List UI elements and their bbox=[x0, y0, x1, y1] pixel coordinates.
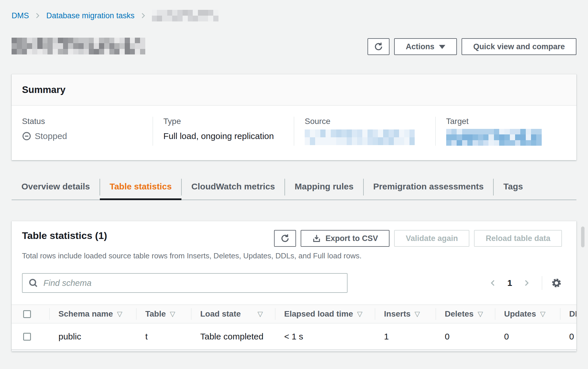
summary-title: Summary bbox=[22, 84, 566, 95]
cell-updates: 0 bbox=[495, 324, 560, 350]
summary-target-column: Target bbox=[435, 117, 577, 146]
sort-icon[interactable]: ▽ bbox=[478, 310, 483, 318]
validate-again-label: Validate again bbox=[406, 234, 458, 243]
tab-tags[interactable]: Tags bbox=[493, 178, 533, 200]
tab-premigration-assessments[interactable]: Premigration assessments bbox=[363, 178, 494, 200]
table-header-row: Schema name▽ Table▽ Load state▽ Elapsed … bbox=[12, 304, 576, 324]
cell-schema-name: public bbox=[49, 324, 136, 350]
cell-table: t bbox=[136, 324, 191, 350]
schema-search bbox=[22, 273, 348, 293]
sort-icon[interactable]: ▽ bbox=[357, 310, 362, 318]
status-label: Status bbox=[22, 117, 142, 126]
actions-button-label: Actions bbox=[406, 42, 434, 51]
refresh-icon bbox=[374, 42, 383, 51]
scrollbar-thumb[interactable] bbox=[581, 226, 585, 247]
cell-inserts: 1 bbox=[375, 324, 436, 350]
chevron-left-icon bbox=[489, 279, 497, 287]
sort-icon[interactable]: ▽ bbox=[170, 310, 175, 318]
sort-icon[interactable]: ▽ bbox=[415, 310, 420, 318]
breadcrumb: DMS Database migration tasks bbox=[12, 10, 576, 21]
export-csv-label: Export to CSV bbox=[326, 234, 378, 243]
table-settings-button[interactable] bbox=[551, 277, 562, 288]
page-number: 1 bbox=[507, 278, 512, 288]
column-header-table[interactable]: Table▽ bbox=[136, 305, 191, 323]
next-page-button[interactable] bbox=[521, 279, 532, 287]
quick-view-compare-button[interactable]: Quick view and compare bbox=[462, 38, 576, 55]
cell-load-state: Table completed bbox=[191, 324, 275, 350]
chevron-right-icon bbox=[523, 279, 530, 287]
gear-icon bbox=[551, 277, 562, 288]
tab-bar: Overview details Table statistics CloudW… bbox=[12, 178, 576, 200]
table-statistics-card: Table statistics (1) Export to CSV Valid… bbox=[12, 221, 576, 351]
actions-button[interactable]: Actions bbox=[394, 38, 457, 55]
source-value-redacted[interactable] bbox=[305, 129, 415, 145]
column-header-schema-name[interactable]: Schema name▽ bbox=[49, 305, 136, 323]
summary-status-column: Status Stopped bbox=[12, 117, 152, 146]
type-label: Type bbox=[163, 117, 284, 126]
table-statistics-table: Schema name▽ Table▽ Load state▽ Elapsed … bbox=[12, 304, 576, 350]
validate-again-button[interactable]: Validate again bbox=[394, 230, 469, 247]
stopped-status-icon bbox=[22, 131, 31, 141]
table-statistics-title: Table statistics (1) bbox=[22, 230, 107, 241]
pagination-divider bbox=[542, 276, 542, 290]
download-icon bbox=[312, 234, 321, 243]
refresh-button[interactable] bbox=[368, 38, 389, 55]
breadcrumb-link-migration-tasks[interactable]: Database migration tasks bbox=[46, 11, 135, 20]
sort-icon[interactable]: ▽ bbox=[540, 310, 545, 318]
target-label: Target bbox=[446, 117, 566, 126]
column-header-ddls[interactable]: DDLs bbox=[560, 305, 576, 323]
type-value: Full load, ongoing replication bbox=[163, 131, 284, 141]
column-header-updates[interactable]: Updates▽ bbox=[495, 305, 560, 323]
search-icon bbox=[28, 278, 38, 288]
tab-mapping-rules[interactable]: Mapping rules bbox=[285, 178, 363, 200]
reload-table-data-label: Reload table data bbox=[486, 234, 550, 243]
refresh-icon bbox=[280, 234, 290, 243]
status-value: Stopped bbox=[35, 131, 67, 141]
table-refresh-button[interactable] bbox=[274, 230, 296, 247]
row-checkbox[interactable] bbox=[23, 333, 31, 341]
export-csv-button[interactable]: Export to CSV bbox=[301, 230, 390, 247]
breadcrumb-current-redacted bbox=[152, 10, 218, 21]
chevron-right-icon bbox=[35, 13, 41, 19]
column-header-load-state[interactable]: Load state▽ bbox=[191, 305, 275, 323]
chevron-right-icon bbox=[140, 13, 146, 19]
sort-icon[interactable]: ▽ bbox=[258, 310, 263, 318]
column-header-deletes[interactable]: Deletes▽ bbox=[436, 305, 495, 323]
summary-card: Summary Status Stopped Type Full load, o… bbox=[12, 74, 576, 160]
cell-elapsed-load-time: < 1 s bbox=[275, 324, 375, 350]
tab-table-statistics[interactable]: Table statistics bbox=[100, 178, 182, 200]
sort-icon[interactable]: ▽ bbox=[117, 310, 122, 318]
select-all-checkbox[interactable] bbox=[23, 310, 31, 318]
reload-table-data-button[interactable]: Reload table data bbox=[474, 230, 562, 247]
column-header-elapsed-load-time[interactable]: Elapsed load time▽ bbox=[275, 305, 375, 323]
quick-view-label: Quick view and compare bbox=[473, 42, 565, 51]
page-title-redacted bbox=[12, 38, 145, 54]
search-input[interactable] bbox=[22, 273, 348, 293]
tab-overview-details[interactable]: Overview details bbox=[12, 178, 100, 200]
tab-cloudwatch-metrics[interactable]: CloudWatch metrics bbox=[181, 178, 285, 200]
pagination: 1 bbox=[488, 276, 562, 290]
column-header-inserts[interactable]: Inserts▽ bbox=[375, 305, 436, 323]
cell-deletes: 0 bbox=[436, 324, 495, 350]
caret-down-icon bbox=[439, 45, 445, 49]
source-label: Source bbox=[305, 117, 425, 126]
table-statistics-description: Total rows include loaded source table r… bbox=[12, 247, 576, 260]
summary-card-header: Summary bbox=[12, 74, 576, 106]
page-header: Actions Quick view and compare bbox=[12, 36, 576, 55]
table-row: public t Table completed < 1 s 1 0 0 0 bbox=[12, 324, 576, 350]
breadcrumb-link-dms[interactable]: DMS bbox=[12, 11, 29, 20]
summary-type-column: Type Full load, ongoing replication bbox=[152, 117, 294, 146]
summary-source-column: Source bbox=[294, 117, 435, 146]
prev-page-button[interactable] bbox=[488, 279, 499, 287]
cell-ddls: 0 bbox=[560, 324, 576, 350]
target-value-redacted[interactable] bbox=[446, 129, 542, 146]
